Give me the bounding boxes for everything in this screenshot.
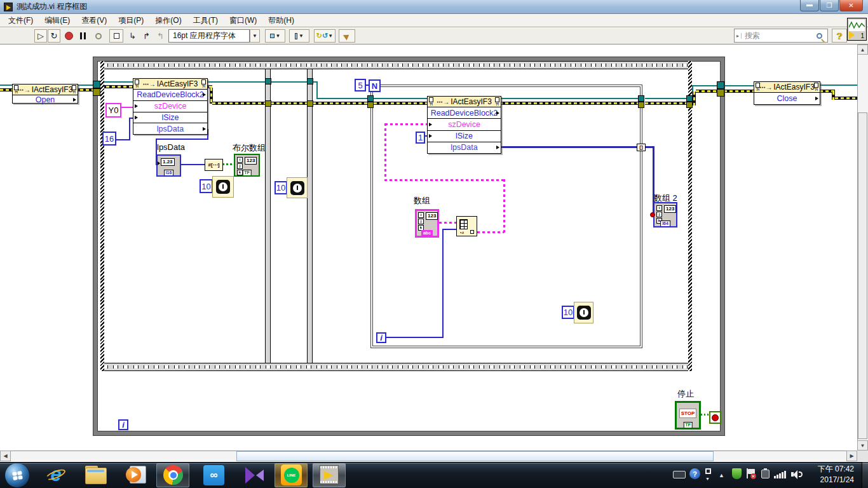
horizontal-scroll-thumb[interactable]	[236, 451, 714, 461]
while-loop-iteration-terminal[interactable]: i	[118, 419, 128, 430]
wire-error	[835, 97, 857, 100]
menu-operate[interactable]: 操作(O)	[149, 14, 187, 27]
bluestacks-icon[interactable]: ∞	[203, 465, 224, 485]
param-szdevice[interactable]: szDevice	[133, 101, 207, 112]
chrome-icon[interactable]	[163, 465, 183, 485]
lpsdata-array-indicator[interactable]: 1.23 I16	[156, 154, 181, 177]
highlight-execution-icon[interactable]	[93, 30, 104, 42]
index-array-node[interactable]: ▪.t	[456, 216, 477, 236]
numeric-constant-16[interactable]: 16	[102, 132, 116, 146]
scroll-down-button[interactable]: ▼	[857, 440, 868, 451]
wait-ms-node[interactable]	[287, 177, 308, 198]
numeric-constant-1[interactable]: 1	[416, 132, 425, 144]
pause-button[interactable]	[77, 30, 88, 42]
scroll-right-button[interactable]: ▶	[846, 451, 857, 461]
action-center-flag-icon[interactable]: ✕	[746, 468, 756, 479]
search-input[interactable]: ▸ 搜索	[734, 29, 828, 43]
numeric-constant-10[interactable]: 10	[200, 179, 213, 193]
abort-button[interactable]	[63, 30, 75, 42]
param-lpsdata[interactable]: lpsData	[133, 123, 207, 134]
for-loop[interactable]	[370, 85, 642, 348]
internet-explorer-icon[interactable]: e	[44, 463, 67, 486]
show-hidden-icons-button[interactable]: ▲	[719, 472, 724, 478]
menu-project[interactable]: 项目(P)	[112, 14, 149, 27]
stop-button-terminal[interactable]: STOP TF	[675, 401, 701, 430]
battery-tray-icon[interactable]	[761, 470, 770, 478]
maximize-button[interactable]: ❐	[820, 0, 839, 11]
string-array-control[interactable]: ijk 123 abc	[415, 209, 439, 238]
media-player-icon[interactable]	[125, 464, 146, 485]
i64-array-indicator[interactable]: ijk 123 I64	[653, 202, 677, 227]
menu-tools[interactable]: 工具(T)	[187, 14, 224, 27]
param-lsize[interactable]: lSize	[428, 131, 501, 142]
reorder-dropdown[interactable]: ↻↺▼	[314, 29, 336, 43]
method-close[interactable]: Close	[754, 93, 820, 104]
numeric-constant-10[interactable]: 10	[275, 181, 287, 194]
sequence-border-top	[100, 61, 692, 69]
run-continuous-button[interactable]: ↻	[48, 29, 60, 43]
loop-condition-terminal[interactable]	[709, 411, 721, 424]
scroll-left-button[interactable]: ◀	[0, 451, 11, 461]
start-button[interactable]	[5, 463, 29, 487]
distribute-objects-dropdown[interactable]: ▼	[289, 29, 309, 43]
numeric-constant-5[interactable]: 5	[355, 79, 366, 92]
step-into-button[interactable]: ↳	[126, 30, 139, 42]
keyboard-tray-icon[interactable]	[673, 471, 686, 478]
vi-icon-arrow	[849, 31, 855, 39]
step-over-button[interactable]: ↱	[140, 30, 153, 42]
invoke-node-open[interactable]: ?!⋯→IActEasyIF3?! Open	[12, 84, 78, 104]
menu-view[interactable]: 查看(V)	[76, 14, 112, 27]
line-icon[interactable]: LINE	[281, 464, 302, 485]
string-constant-y0[interactable]: Y0	[105, 103, 121, 118]
method-readdeviceblock2[interactable]: ReadDeviceBlock2	[428, 107, 501, 119]
metronome-icon	[577, 306, 591, 320]
wait-ms-node[interactable]	[574, 302, 593, 323]
labview-icon[interactable]	[320, 465, 339, 484]
run-button[interactable]: ▷	[34, 29, 47, 43]
menu-help[interactable]: 帮助(H)	[262, 14, 300, 27]
indicator-label: lpsData	[157, 142, 185, 152]
boolean-array-indicator[interactable]: ijk 123 TF	[234, 154, 260, 177]
dropdown-caret-icon[interactable]: ▼	[705, 477, 710, 481]
help-tray-icon[interactable]: ?	[689, 468, 700, 479]
font-selector[interactable]: 16pt 应用程序字体	[168, 29, 250, 43]
wait-ms-node[interactable]	[212, 176, 234, 198]
invoke-node-close[interactable]: ?!⋯→IActEasyIF3?! Close	[754, 81, 820, 105]
search-placeholder: 搜索	[742, 30, 817, 41]
show-desktop-button[interactable]	[862, 462, 868, 488]
param-lpsdata[interactable]: lpsData	[428, 142, 501, 153]
invoke-node-read1[interactable]: ?!⋯→IActEasyIF3?! ReadDeviceBlock2 szDev…	[133, 78, 208, 135]
kmplayer-icon[interactable]	[244, 466, 265, 485]
clock[interactable]: 下午 07:42 2017/1/24	[802, 464, 854, 485]
menu-edit[interactable]: 编辑(E)	[39, 14, 76, 27]
window-restore-tray-icon[interactable]	[705, 468, 711, 474]
file-explorer-icon[interactable]	[85, 466, 107, 484]
vertical-scroll-thumb[interactable]	[858, 112, 867, 439]
menu-file[interactable]: 文件(F)	[3, 14, 39, 27]
param-szdevice[interactable]: szDevice	[428, 119, 501, 130]
search-collapse-icon[interactable]: ▸	[735, 33, 742, 39]
param-lsize[interactable]: lSize	[133, 112, 207, 124]
for-loop-iteration-terminal[interactable]: i	[376, 332, 386, 343]
method-open[interactable]: Open	[13, 95, 78, 104]
invoke-node-read2[interactable]: ?!⋯→IActEasyIF3?! ReadDeviceBlock2 szDev…	[427, 96, 501, 154]
close-button[interactable]: ✕	[839, 0, 863, 11]
method-readdeviceblock2[interactable]: ReadDeviceBlock2	[133, 90, 207, 101]
font-dropdown-arrow[interactable]: ▼	[250, 29, 260, 43]
scroll-up-button[interactable]: ▲	[857, 44, 868, 55]
tunnel-refnum	[307, 78, 313, 85]
signal-strength-icon[interactable]	[774, 470, 787, 478]
cleanup-diagram-button[interactable]	[339, 29, 355, 43]
numeric-constant-10[interactable]: 10	[562, 306, 574, 319]
number-to-boolean-array-node[interactable]: #[⋯]	[205, 159, 223, 171]
context-help-button[interactable]: ?	[832, 29, 847, 43]
menu-window[interactable]: 窗口(W)	[224, 14, 262, 27]
align-objects-dropdown[interactable]: ▼	[265, 29, 285, 43]
tunnel-refnum	[265, 78, 271, 85]
security-shield-icon[interactable]	[732, 468, 742, 479]
for-loop-count-terminal[interactable]: N	[369, 79, 381, 92]
step-out-button[interactable]: ↰	[154, 30, 166, 42]
vi-icon[interactable]: 1	[847, 18, 867, 41]
retain-wire-values-icon[interactable]	[109, 29, 123, 43]
minimize-button[interactable]	[800, 0, 819, 11]
